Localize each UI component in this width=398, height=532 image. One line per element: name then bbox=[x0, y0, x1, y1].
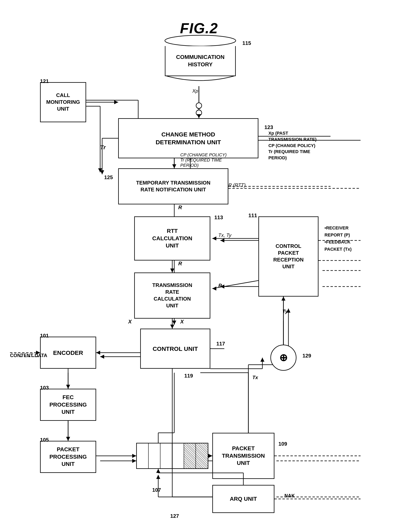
ref-129: 129 bbox=[303, 353, 311, 359]
control-packet-label: CONTROL PACKET RECEPTION UNIT bbox=[273, 243, 304, 270]
r-label-2: R bbox=[178, 260, 182, 267]
call-monitoring-box: CALL MONITORING UNIT bbox=[40, 82, 86, 122]
svg-marker-23 bbox=[172, 321, 176, 325]
xp-past-label: Xp (PASTTRANSMISSION RATE)CP (CHANGE POL… bbox=[268, 130, 316, 161]
control-unit-label: CONTROL UNIT bbox=[153, 345, 198, 353]
svg-marker-19 bbox=[220, 238, 224, 242]
svg-point-1 bbox=[196, 104, 201, 109]
ref-127: 127 bbox=[170, 513, 179, 519]
queue-box bbox=[136, 443, 208, 469]
tx-label-1: Tx bbox=[252, 375, 258, 380]
timer-circle: ⊕ bbox=[270, 345, 297, 371]
svg-marker-80 bbox=[170, 325, 174, 329]
x-label-1: X bbox=[128, 319, 132, 325]
svg-marker-61 bbox=[197, 114, 201, 118]
ref-119: 119 bbox=[184, 373, 193, 379]
svg-marker-87 bbox=[66, 385, 70, 389]
svg-marker-31 bbox=[66, 437, 70, 441]
tr-label-left: Tr bbox=[100, 144, 106, 151]
temp-tx-label: TEMPORARY TRANSMISSION RATE NOTIFICATION… bbox=[136, 179, 210, 193]
x-label-2: X bbox=[180, 319, 184, 325]
ref-115: 115 bbox=[242, 40, 251, 46]
svg-point-59 bbox=[196, 110, 202, 116]
queue-seg-5 bbox=[184, 443, 196, 468]
svg-marker-83 bbox=[96, 351, 100, 355]
queue-seg-4 bbox=[172, 443, 184, 468]
svg-marker-89 bbox=[66, 437, 70, 441]
svg-marker-78 bbox=[212, 286, 216, 291]
xp-label: Xp bbox=[192, 88, 198, 94]
packet-proc-label: PACKET PROCESSING UNIT bbox=[50, 446, 87, 468]
change-method-label: CHANGE METHOD DETERMINATION UNIT bbox=[156, 130, 221, 146]
ref-105: 105 bbox=[40, 437, 49, 443]
tx-ty-label: Tx, Ty bbox=[218, 232, 231, 238]
svg-marker-33 bbox=[132, 459, 136, 463]
ref-103: 103 bbox=[40, 385, 49, 391]
arq-label: ARQ UNIT bbox=[230, 495, 257, 503]
svg-marker-9 bbox=[98, 168, 102, 172]
svg-marker-66 bbox=[100, 170, 104, 174]
ref-111: 111 bbox=[248, 212, 257, 219]
svg-point-2 bbox=[196, 110, 201, 115]
ref-123: 123 bbox=[264, 124, 273, 130]
svg-point-58 bbox=[196, 103, 202, 108]
queue-seg-1 bbox=[137, 443, 149, 468]
tx-rate-calc-label: TRANSMISSION RATE CALCULATION UNIT bbox=[152, 282, 192, 309]
control-unit-box: CONTROL UNIT bbox=[140, 329, 210, 369]
svg-marker-74 bbox=[170, 268, 174, 272]
fec-label: FEC PROCESSING UNIT bbox=[50, 394, 87, 416]
call-monitoring-label: CALL MONITORING UNIT bbox=[46, 92, 80, 112]
rtt-calc-box: RTT CALCULATION UNIT bbox=[134, 216, 210, 260]
nak-label: NAK bbox=[284, 493, 295, 499]
svg-marker-68 bbox=[172, 164, 176, 168]
cp-label: CP (CHANGE POLICY)Tr (REQUIRED TIMEPERIO… bbox=[180, 152, 227, 168]
ref-109: 109 bbox=[278, 441, 287, 447]
svg-marker-63 bbox=[114, 100, 118, 104]
packet-proc-box: PACKET PROCESSING UNIT bbox=[40, 441, 96, 473]
encoder-box: ENCODER bbox=[40, 337, 96, 369]
temp-tx-box: TEMPORARY TRANSMISSION RATE NOTIFICATION… bbox=[118, 168, 228, 204]
fec-box: FEC PROCESSING UNIT bbox=[40, 389, 96, 421]
packet-tx-box: PACKET TRANSMISSION UNIT bbox=[212, 433, 274, 479]
svg-marker-103 bbox=[281, 297, 285, 301]
encoder-label: ENCODER bbox=[53, 349, 83, 357]
ref-117: 117 bbox=[216, 341, 225, 347]
svg-marker-91 bbox=[132, 454, 136, 458]
timer-icon: ⊕ bbox=[279, 352, 288, 363]
svg-marker-93 bbox=[208, 454, 212, 458]
arq-box: ARQ UNIT bbox=[212, 485, 274, 513]
svg-point-56 bbox=[165, 35, 236, 46]
receiver-report-label: •RECEIVERREPORT (P)•FEEDBACKPACKET (Tx) bbox=[324, 224, 352, 253]
ref-125: 125 bbox=[104, 174, 113, 181]
r-rtt-label: R (RTT) bbox=[228, 182, 246, 188]
svg-marker-27 bbox=[100, 355, 104, 359]
diagram: FIG.2 bbox=[0, 0, 398, 532]
comm-history-label: COMMUNICATION HISTORY bbox=[176, 53, 225, 68]
ty-label-1: Ty bbox=[282, 309, 288, 314]
p-label: P bbox=[218, 283, 222, 289]
svg-marker-39 bbox=[156, 475, 160, 479]
queue-seg-2 bbox=[149, 443, 160, 468]
comm-history-cylinder: COMMUNICATION HISTORY bbox=[164, 32, 236, 84]
tx-rate-calc-box: TRANSMISSION RATE CALCULATION UNIT bbox=[134, 272, 210, 319]
ref-107: 107 bbox=[152, 487, 161, 493]
control-packet-box: CONTROL PACKET RECEPTION UNIT bbox=[258, 216, 318, 297]
svg-marker-106 bbox=[260, 358, 264, 362]
svg-marker-99 bbox=[156, 469, 160, 473]
r-label-1: R bbox=[178, 204, 182, 211]
ref-113: 113 bbox=[214, 214, 223, 221]
rtt-calc-label: RTT CALCULATION UNIT bbox=[152, 228, 192, 249]
ref-101: 101 bbox=[40, 333, 49, 339]
queue-seg-6 bbox=[196, 443, 208, 468]
packet-tx-label: PACKET TRANSMISSION UNIT bbox=[222, 445, 265, 467]
content-data-label: CONTENT DATA bbox=[10, 353, 47, 358]
queue-seg-3 bbox=[160, 443, 172, 468]
svg-marker-76 bbox=[212, 236, 216, 241]
ref-121: 121 bbox=[40, 78, 49, 84]
